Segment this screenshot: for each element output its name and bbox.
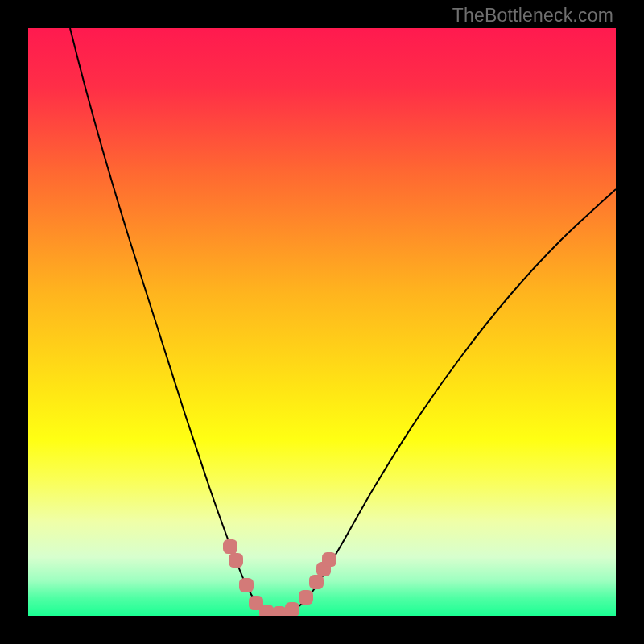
bottleneck-curve bbox=[70, 28, 616, 613]
plot-area bbox=[28, 28, 616, 616]
trough-marker bbox=[299, 590, 313, 605]
trough-marker bbox=[272, 606, 287, 616]
trough-marker bbox=[285, 602, 299, 616]
trough-marker-group bbox=[223, 539, 336, 616]
trough-marker bbox=[309, 575, 324, 589]
chart-frame: TheBottleneck.com bbox=[0, 0, 644, 644]
trough-marker bbox=[229, 553, 243, 568]
trough-marker bbox=[322, 552, 336, 567]
trough-marker bbox=[223, 539, 237, 554]
watermark-label: TheBottleneck.com bbox=[452, 5, 613, 27]
trough-marker bbox=[239, 578, 254, 592]
curve-layer bbox=[28, 28, 616, 616]
trough-marker bbox=[259, 605, 274, 616]
